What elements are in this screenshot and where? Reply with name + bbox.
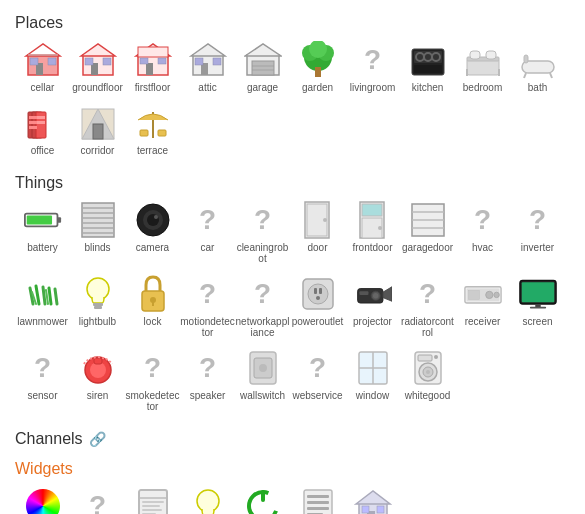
svg-marker-18 xyxy=(191,44,225,56)
svg-rect-21 xyxy=(213,58,221,65)
svg-point-94 xyxy=(87,278,109,300)
svg-rect-112 xyxy=(468,290,479,299)
thing-inverter[interactable]: ? inverter xyxy=(510,200,565,264)
svg-rect-138 xyxy=(142,509,162,511)
widget-frame[interactable]: frame xyxy=(125,486,180,514)
svg-marker-109 xyxy=(382,287,391,301)
things-grid: battery blinds xyxy=(15,200,570,418)
svg-line-89 xyxy=(43,287,45,304)
svg-rect-5 xyxy=(48,58,56,65)
svg-rect-20 xyxy=(195,58,203,65)
place-garden[interactable]: garden xyxy=(290,40,345,93)
thing-wallswitch[interactable]: wallswitch xyxy=(235,348,290,412)
widget-mapview[interactable]: mapview xyxy=(180,486,235,514)
places-section: Places cellar xyxy=(15,14,570,162)
thing-battery[interactable]: battery xyxy=(15,200,70,264)
svg-rect-53 xyxy=(29,126,37,129)
svg-rect-64 xyxy=(26,215,51,224)
thing-screen[interactable]: screen xyxy=(510,274,565,338)
svg-line-46 xyxy=(524,73,526,78)
svg-rect-31 xyxy=(315,67,321,77)
svg-rect-40 xyxy=(470,51,480,59)
widgets-title: Widgets xyxy=(15,460,570,478)
place-corridor[interactable]: corridor xyxy=(70,103,125,156)
thing-webservice[interactable]: ? webservice xyxy=(290,348,345,412)
thing-frontdoor[interactable]: frontdoor xyxy=(345,200,400,264)
svg-rect-10 xyxy=(103,58,111,65)
place-attic[interactable]: attic xyxy=(180,40,235,93)
svg-rect-116 xyxy=(521,282,554,302)
thing-camera[interactable]: camera xyxy=(125,200,180,264)
svg-rect-9 xyxy=(85,58,93,65)
svg-rect-14 xyxy=(138,47,168,57)
thing-smokedetector[interactable]: ? smokedetector xyxy=(125,348,180,412)
svg-marker-23 xyxy=(245,44,281,56)
widget-group[interactable]: group xyxy=(345,486,400,514)
svg-point-114 xyxy=(493,292,498,297)
widget-switch[interactable]: switch xyxy=(290,486,345,514)
place-kitchen[interactable]: kitchen xyxy=(400,40,455,93)
svg-rect-58 xyxy=(93,124,103,139)
svg-line-90 xyxy=(49,288,51,304)
svg-rect-50 xyxy=(36,112,46,138)
thing-whitegood[interactable]: whitegood xyxy=(400,348,455,412)
svg-point-140 xyxy=(197,490,219,512)
svg-rect-4 xyxy=(30,58,38,65)
thing-door[interactable]: door xyxy=(290,200,345,264)
svg-point-107 xyxy=(373,293,378,298)
thing-cleaningrobot[interactable]: ? cleaningrobot xyxy=(235,200,290,264)
thing-lawnmower[interactable]: lawnmower xyxy=(15,274,70,338)
svg-line-93 xyxy=(46,290,48,304)
svg-point-78 xyxy=(323,218,327,222)
widget-slider[interactable]: slider xyxy=(235,486,290,514)
place-bedroom[interactable]: bedroom xyxy=(455,40,510,93)
colorwheel-icon xyxy=(26,489,60,514)
place-office[interactable]: office xyxy=(15,103,70,156)
svg-rect-55 xyxy=(37,121,45,124)
place-cellar[interactable]: cellar xyxy=(15,40,70,93)
svg-rect-37 xyxy=(414,65,442,73)
widget-colorpicker[interactable]: colorpicker xyxy=(15,486,70,514)
thing-window[interactable]: window xyxy=(345,348,400,412)
place-groundfloor[interactable]: groundfloor xyxy=(70,40,125,93)
places-title: Places xyxy=(15,14,570,32)
svg-rect-13 xyxy=(146,63,153,75)
svg-line-47 xyxy=(550,73,552,78)
thing-radiatorcontrol[interactable]: ? radiatorcontrol xyxy=(400,274,455,338)
svg-rect-24 xyxy=(252,61,274,75)
thing-motiondetector[interactable]: ? motiondetector xyxy=(180,274,235,338)
svg-rect-16 xyxy=(158,58,166,64)
svg-rect-99 xyxy=(152,301,154,306)
thing-poweroutlet[interactable]: poweroutlet xyxy=(290,274,345,338)
svg-rect-15 xyxy=(140,58,148,64)
svg-rect-146 xyxy=(307,495,329,498)
thing-lock[interactable]: lock xyxy=(125,274,180,338)
thing-hvac[interactable]: ? hvac xyxy=(455,200,510,264)
place-livingroom[interactable]: ? livingroom xyxy=(345,40,400,93)
thing-speaker[interactable]: ? speaker xyxy=(180,348,235,412)
svg-line-88 xyxy=(36,286,39,304)
thing-receiver[interactable]: receiver xyxy=(455,274,510,338)
thing-siren[interactable]: siren xyxy=(70,348,125,412)
thing-car[interactable]: ? car xyxy=(180,200,235,264)
thing-sensor[interactable]: ? sensor xyxy=(15,348,70,412)
place-bath[interactable]: bath xyxy=(510,40,565,93)
place-firstfloor[interactable]: firstfloor xyxy=(125,40,180,93)
thing-blinds[interactable]: blinds xyxy=(70,200,125,264)
thing-lightbulb[interactable]: lightbulb xyxy=(70,274,125,338)
thing-networkappliance[interactable]: ? networkappliance xyxy=(235,274,290,338)
things-title: Things xyxy=(15,174,570,192)
place-terrace[interactable]: terrace xyxy=(125,103,180,156)
svg-rect-136 xyxy=(142,501,164,503)
svg-rect-132 xyxy=(418,355,432,361)
thing-garagedoor[interactable]: garagedoor xyxy=(400,200,455,264)
things-section: Things battery xyxy=(15,174,570,418)
place-garage[interactable]: garage xyxy=(235,40,290,93)
channels-title: Channels 🔗 xyxy=(15,430,570,448)
widget-default[interactable]: ? default xyxy=(70,486,125,514)
svg-rect-121 xyxy=(94,358,102,364)
thing-projector[interactable]: projector xyxy=(345,274,400,338)
places-grid: cellar groundfloor xyxy=(15,40,570,162)
svg-rect-153 xyxy=(362,506,369,513)
svg-point-113 xyxy=(485,291,492,298)
